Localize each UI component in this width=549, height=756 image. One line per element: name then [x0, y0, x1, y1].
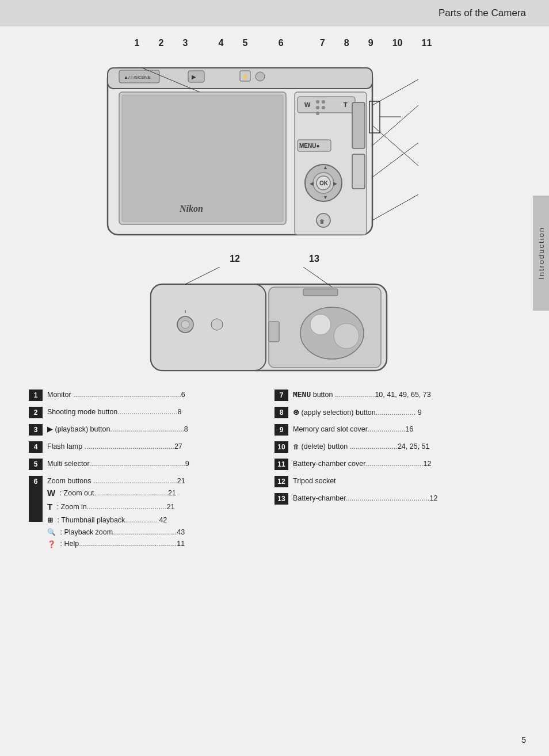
- part-item-13: 13 Battery-chamber......................…: [274, 493, 520, 507]
- part-item-5: 5 Multi selector........................…: [29, 459, 274, 472]
- label-3: 3: [183, 38, 188, 48]
- svg-text:▲: ▲: [323, 165, 328, 170]
- part-sub-playback-zoom: 🔍 : Playback zoom.......................…: [47, 527, 274, 538]
- part-desc-3: ▶ (playback) button.....................…: [47, 424, 274, 435]
- parts-list-left: 1 Monitor ..............................…: [29, 390, 274, 554]
- svg-rect-32: [352, 154, 365, 189]
- svg-point-18: [322, 106, 325, 109]
- part-item-8: 8 ⊛ (apply selection) button............…: [274, 407, 520, 421]
- svg-point-52: [310, 314, 331, 335]
- part-desc-12: Tripod socket: [293, 476, 520, 487]
- part-sub-thumbnail: ⊞ : Thumbnail playback.................4…: [47, 515, 274, 526]
- part-item-11: 11 Battery-chamber cover................…: [274, 459, 520, 472]
- svg-point-47: [181, 320, 189, 329]
- parts-list-right: 7 MENU button ....................10, 41…: [274, 390, 520, 554]
- side-tab: Introduction: [533, 196, 549, 311]
- parts-list: 1 Monitor ..............................…: [29, 390, 520, 554]
- svg-text:▲/☆/SCENE: ▲/☆/SCENE: [124, 75, 151, 80]
- part-item-12: 12 Tripod socket: [274, 476, 520, 490]
- label-12: 12: [230, 254, 240, 264]
- svg-text:Nikon: Nikon: [179, 204, 203, 213]
- svg-text:T: T: [344, 101, 348, 108]
- svg-point-16: [322, 100, 325, 104]
- camera-bottom-diagram: 12 13: [142, 254, 407, 378]
- label-5: 5: [243, 38, 248, 48]
- part-number-2: 2: [29, 407, 43, 418]
- svg-line-40: [372, 194, 418, 220]
- page-number: 5: [521, 735, 526, 744]
- svg-text:MENU●: MENU●: [299, 143, 319, 149]
- part-number-12: 12: [274, 476, 288, 487]
- label-9: 9: [368, 38, 373, 48]
- svg-text:▶: ▶: [333, 181, 337, 186]
- part-item-1: 1 Monitor ..............................…: [29, 390, 274, 403]
- svg-point-53: [334, 323, 359, 349]
- svg-rect-45: [151, 284, 266, 371]
- part-desc-8: ⊛ (apply selection) button..............…: [293, 407, 520, 418]
- svg-point-19: [316, 112, 319, 115]
- part-number-3: 3: [29, 424, 43, 436]
- label-1: 1: [135, 38, 140, 48]
- part-desc-5: Multi selector..........................…: [47, 459, 274, 469]
- part-sub-help: ❓ : Help ...............................…: [47, 539, 274, 549]
- svg-rect-3: [122, 95, 283, 222]
- label-13: 13: [309, 254, 319, 264]
- svg-point-17: [316, 106, 319, 109]
- label-2: 2: [159, 38, 164, 48]
- svg-text:▼: ▼: [323, 194, 328, 200]
- svg-line-38: [372, 105, 418, 146]
- svg-line-55: [185, 267, 220, 284]
- main-content: 1 2 3 4 5 6 7 8 9 10 11 ▲/☆/S: [0, 26, 549, 589]
- label-8: 8: [344, 38, 349, 48]
- svg-rect-33: [352, 102, 365, 148]
- part-sub-t: T : Zoom in.............................…: [47, 501, 274, 514]
- part-desc-6: Zoom buttons ...........................…: [47, 476, 274, 551]
- label-6: 6: [279, 38, 284, 48]
- part-desc-1: Monitor ................................…: [47, 390, 274, 400]
- part-number-10: 10: [274, 441, 288, 453]
- part-number-5: 5: [29, 459, 43, 470]
- part-desc-9: Memory card slot cover..................…: [293, 424, 520, 435]
- label-11: 11: [422, 38, 432, 48]
- part-item-3: 3 ▶ (playback) button...................…: [29, 424, 274, 438]
- part-item-9: 9 Memory card slot cover................…: [274, 424, 520, 438]
- part-number-1: 1: [29, 390, 43, 401]
- label-4: 4: [219, 38, 224, 48]
- svg-text:◀: ◀: [310, 181, 314, 186]
- label-7: 7: [320, 38, 325, 48]
- part-number-13: 13: [274, 493, 288, 505]
- part-desc-2: Shooting mode button....................…: [47, 407, 274, 418]
- svg-text:W: W: [304, 101, 311, 108]
- part-number-7: 7: [274, 390, 288, 401]
- part-item-4: 4 Flash lamp ...........................…: [29, 441, 274, 455]
- svg-point-11: [256, 72, 265, 81]
- part-desc-13: Battery-chamber.........................…: [293, 493, 520, 504]
- svg-text:⚡: ⚡: [242, 73, 249, 80]
- part-item-6: 6 Zoom buttons .........................…: [29, 476, 274, 551]
- part-number-4: 4: [29, 441, 43, 453]
- svg-rect-57: [269, 322, 279, 342]
- part-item-2: 2 Shooting mode button..................…: [29, 407, 274, 421]
- svg-text:OK: OK: [319, 180, 329, 186]
- svg-rect-7: [188, 71, 204, 82]
- part-desc-7: MENU button ....................10, 41, …: [293, 390, 520, 401]
- svg-point-15: [316, 100, 319, 104]
- part-desc-11: Battery-chamber cover...................…: [293, 459, 520, 469]
- svg-point-49: [211, 319, 223, 330]
- part-sub-w: W : Zoom out ...........................…: [47, 487, 274, 500]
- header-bar: Parts of the Camera: [0, 0, 549, 26]
- svg-text:▶: ▶: [192, 74, 196, 80]
- camera-back-diagram: ▲/☆/SCENE ▶ ⚡ W T MENU●: [90, 51, 459, 248]
- side-tab-label: Introduction: [537, 227, 546, 280]
- svg-rect-54: [303, 289, 338, 296]
- part-number-8: 8: [274, 407, 288, 418]
- part-item-10: 10 🗑 (delete) button ...................…: [274, 441, 520, 455]
- page-title: Parts of the Camera: [439, 7, 526, 19]
- part-number-9: 9: [274, 424, 288, 436]
- part-number-11: 11: [274, 459, 288, 470]
- label-10: 10: [392, 38, 403, 48]
- part-number-6: 6: [29, 476, 43, 522]
- part-item-7: 7 MENU button ....................10, 41…: [274, 390, 520, 403]
- part-desc-10: 🗑 (delete) button ......................…: [293, 441, 520, 452]
- part-desc-4: Flash lamp .............................…: [47, 441, 274, 452]
